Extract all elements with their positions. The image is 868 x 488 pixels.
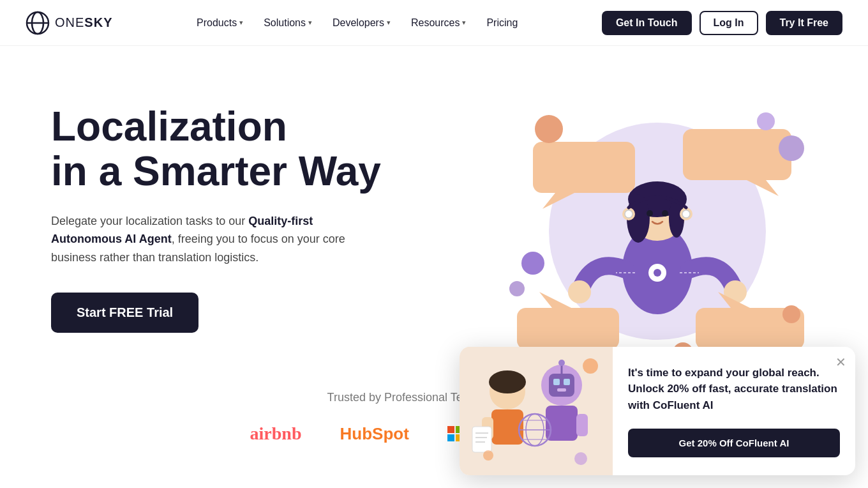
popup-close-button[interactable]: ✕ — [835, 356, 846, 369]
navigation: ONESKY Products ▾ Solutions ▾ Developers… — [0, 0, 868, 46]
chevron-down-icon: ▾ — [239, 19, 243, 27]
hero-left: Localization in a Smarter Way Delegate y… — [51, 104, 383, 333]
svg-rect-41 — [472, 427, 491, 452]
svg-point-60 — [574, 452, 587, 465]
svg-rect-49 — [557, 388, 566, 392]
logo-icon — [26, 11, 50, 35]
svg-point-12 — [509, 281, 525, 296]
chevron-down-icon: ▾ — [387, 19, 391, 27]
nav-resources[interactable]: Resources ▾ — [402, 12, 475, 34]
nav-products[interactable]: Products ▾ — [188, 12, 252, 34]
chevron-down-icon: ▾ — [308, 19, 312, 27]
svg-rect-6 — [683, 129, 791, 180]
hero-illustration — [498, 91, 817, 346]
svg-point-8 — [535, 115, 563, 143]
svg-rect-4 — [533, 142, 635, 193]
svg-point-19 — [662, 210, 668, 217]
svg-rect-46 — [549, 374, 574, 397]
popup-content: ✕ It's time to expand your global reach.… — [613, 347, 855, 470]
svg-point-31 — [782, 305, 800, 323]
svg-point-39 — [489, 370, 526, 393]
svg-rect-53 — [576, 414, 588, 436]
svg-point-23 — [682, 210, 690, 218]
svg-point-24 — [568, 280, 591, 303]
svg-point-22 — [625, 210, 632, 218]
nav-developers[interactable]: Developers ▾ — [324, 12, 400, 34]
promotional-popup: ✕ It's time to expand your global reach.… — [460, 347, 855, 470]
svg-point-9 — [779, 135, 804, 161]
chevron-down-icon: ▾ — [462, 19, 466, 27]
popup-illustration — [463, 347, 610, 469]
svg-point-33 — [654, 269, 661, 277]
nav-actions: Get In Touch Log In Try It Free — [602, 11, 842, 35]
svg-point-59 — [583, 358, 598, 374]
popup-message: It's time to expand your global reach. U… — [628, 365, 840, 414]
svg-rect-48 — [564, 379, 570, 385]
svg-point-51 — [558, 360, 565, 366]
logo-text: ONESKY — [55, 15, 112, 30]
svg-rect-47 — [553, 379, 560, 385]
login-button[interactable]: Log In — [700, 11, 758, 35]
svg-rect-26 — [517, 308, 619, 349]
popup-cta-button[interactable]: Get 20% Off CoFluent AI — [628, 429, 840, 457]
nav-links: Products ▾ Solutions ▾ Developers ▾ Reso… — [188, 12, 527, 34]
nav-solutions[interactable]: Solutions ▾ — [255, 12, 321, 34]
start-trial-button[interactable]: Start FREE Trial — [51, 293, 198, 333]
logo[interactable]: ONESKY — [26, 11, 112, 35]
hubspot-logo: HubSpot — [340, 424, 409, 444]
svg-marker-27 — [539, 292, 571, 308]
hero-description: Delegate your localization tasks to our … — [51, 212, 383, 267]
hero-title: Localization in a Smarter Way — [51, 104, 383, 194]
svg-point-10 — [757, 112, 775, 130]
try-free-button[interactable]: Try It Free — [766, 11, 842, 35]
get-in-touch-button[interactable]: Get In Touch — [602, 11, 692, 35]
hero-section: Localization in a Smarter Way Delegate y… — [0, 46, 868, 378]
airbnb-logo: airbnb — [250, 423, 302, 444]
popup-image — [460, 347, 613, 470]
svg-point-18 — [647, 210, 653, 217]
hero-svg — [498, 91, 817, 359]
svg-point-11 — [521, 252, 544, 275]
svg-point-61 — [483, 450, 493, 461]
nav-pricing[interactable]: Pricing — [477, 12, 527, 34]
